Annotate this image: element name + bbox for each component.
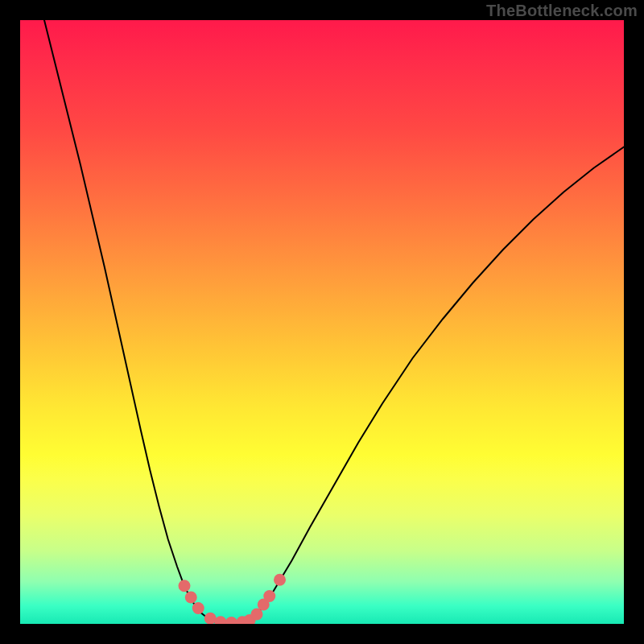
chart-frame: TheBottleneck.com bbox=[0, 0, 644, 644]
highlight-dot bbox=[185, 592, 197, 604]
highlight-dot bbox=[263, 590, 275, 602]
watermark-label: TheBottleneck.com bbox=[486, 2, 638, 20]
bottleneck-curve-svg bbox=[20, 20, 624, 624]
highlight-dot bbox=[225, 617, 237, 624]
bottleneck-curve-path bbox=[44, 20, 624, 623]
highlight-dot bbox=[192, 602, 204, 614]
highlight-dot bbox=[204, 613, 217, 624]
plot-area bbox=[20, 20, 624, 624]
highlight-dot bbox=[215, 616, 227, 624]
highlight-dot bbox=[179, 580, 191, 592]
highlight-dot bbox=[274, 574, 286, 586]
